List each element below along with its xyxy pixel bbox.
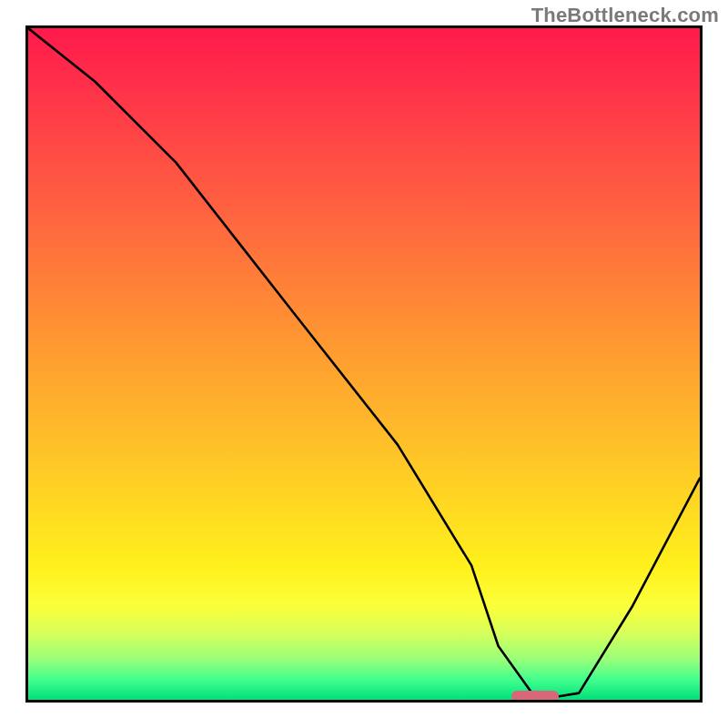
optimal-marker	[511, 691, 559, 702]
chart-stage: TheBottleneck.com	[0, 0, 728, 728]
plot-area	[25, 25, 703, 703]
watermark-text: TheBottleneck.com	[531, 4, 719, 27]
bottleneck-curve	[28, 28, 700, 700]
